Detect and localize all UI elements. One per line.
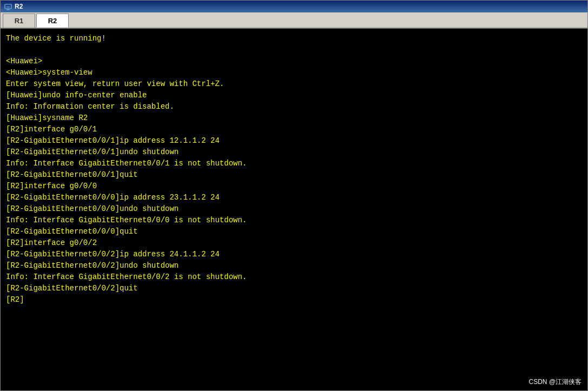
tab-bar: R1 R2 xyxy=(1,12,587,29)
terminal-output[interactable]: The device is running!<Huawei><Huawei>sy… xyxy=(1,29,587,390)
terminal-line: <Huawei> xyxy=(6,56,582,67)
terminal-empty-line xyxy=(6,44,582,56)
terminal-line: Info: Information center is disabled. xyxy=(6,101,582,112)
terminal-line: [R2]interface g0/0/0 xyxy=(6,181,582,192)
terminal-line: [R2-GigabitEthernet0/0/1]undo shutdown xyxy=(6,147,582,158)
terminal-line: [R2-GigabitEthernet0/0/0]ip address 23.1… xyxy=(6,192,582,203)
terminal-line: [Huawei]undo info-center enable xyxy=(6,90,582,101)
tab-r2[interactable]: R2 xyxy=(36,14,69,28)
main-window: R2 R1 R2 The device is running!<Huawei><… xyxy=(0,0,588,391)
terminal-line: [R2-GigabitEthernet0/0/0]quit xyxy=(6,226,582,237)
terminal-line: [R2] xyxy=(6,294,582,306)
terminal-line: The device is running! xyxy=(6,33,582,44)
svg-rect-0 xyxy=(5,4,11,9)
title-bar-text: R2 xyxy=(15,3,584,10)
terminal-line: Info: Interface GigabitEthernet0/0/1 is … xyxy=(6,158,582,169)
terminal-line: Info: Interface GigabitEthernet0/0/0 is … xyxy=(6,215,582,226)
terminal-line: Info: Interface GigabitEthernet0/0/2 is … xyxy=(6,271,582,283)
terminal-line: [R2-GigabitEthernet0/0/2]ip address 24.1… xyxy=(6,249,582,260)
terminal-line: [R2-GigabitEthernet0/0/0]undo shutdown xyxy=(6,203,582,215)
terminal-line: Enter system view, return user view with… xyxy=(6,78,582,90)
watermark: CSDN @江湖侠客 xyxy=(528,377,582,387)
terminal-line: [Huawei]sysname R2 xyxy=(6,112,582,124)
tab-r1[interactable]: R1 xyxy=(3,14,35,28)
terminal-line: [R2]interface g0/0/2 xyxy=(6,237,582,249)
terminal-line: <Huawei>system-view xyxy=(6,67,582,78)
terminal-line: [R2-GigabitEthernet0/0/2]undo shutdown xyxy=(6,260,582,271)
terminal-line: [R2-GigabitEthernet0/0/2]quit xyxy=(6,283,582,294)
title-bar: R2 xyxy=(1,1,587,12)
window-icon xyxy=(4,2,12,11)
terminal-line: [R2]interface g0/0/1 xyxy=(6,124,582,135)
terminal-line: [R2-GigabitEthernet0/0/1]ip address 12.1… xyxy=(6,135,582,147)
terminal-line: [R2-GigabitEthernet0/0/1]quit xyxy=(6,169,582,181)
